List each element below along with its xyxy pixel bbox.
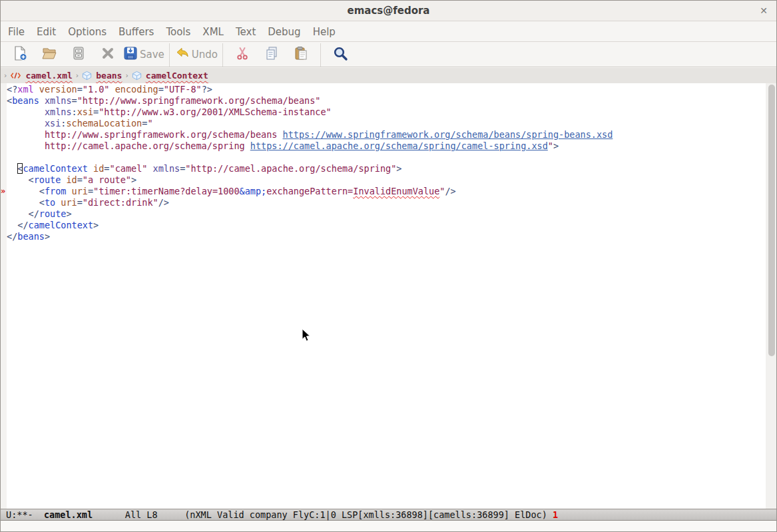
modeline-error-count: 1 xyxy=(553,509,558,520)
search-button[interactable] xyxy=(326,43,355,66)
copy-pages-icon xyxy=(264,45,280,64)
breadcrumb-segment-beans[interactable]: beans xyxy=(82,71,122,81)
code-line-2[interactable]: <beans xmlns="http://www.springframework… xyxy=(1,95,766,107)
toolbar-separator xyxy=(169,43,170,67)
breadcrumb: ›camel.xml›beans›camelContext xyxy=(1,68,776,83)
save-icon xyxy=(123,45,138,64)
scrollbar[interactable] xyxy=(766,83,776,509)
code-line-5[interactable]: http://www.springframework.org/schema/be… xyxy=(1,129,766,140)
code-line-12[interactable]: </route> xyxy=(1,208,766,220)
breadcrumb-separator: › xyxy=(73,71,82,80)
code-line-14[interactable]: </beans> xyxy=(1,231,766,242)
cube-icon xyxy=(82,71,92,81)
code-text: <camelContext id="camel" xmlns="http://c… xyxy=(7,163,401,174)
undo-button-label: Undo xyxy=(192,49,218,61)
close-x-icon xyxy=(100,45,116,64)
fringe-cell xyxy=(1,163,7,174)
code-text: <from uri="timer:timerName?delay=1000&am… xyxy=(7,186,456,197)
code-line-8[interactable]: <camelContext id="camel" xmlns="http://c… xyxy=(1,163,766,174)
dired-button[interactable] xyxy=(64,43,93,66)
undo-button[interactable]: Undo xyxy=(174,43,218,66)
menu-item-help[interactable]: Help xyxy=(307,26,342,38)
cut-button[interactable] xyxy=(228,43,257,66)
close-window-button[interactable]: ✕ xyxy=(757,1,770,21)
code-line-1[interactable]: <?xml version="1.0" encoding="UTF-8"?> xyxy=(1,84,766,95)
menu-item-debug[interactable]: Debug xyxy=(262,26,306,38)
menu-bar: FileEditOptionsBuffersToolsXMLTextDebugH… xyxy=(1,22,776,42)
fringe-cell xyxy=(1,197,7,208)
code-text: http://camel.apache.org/schema/spring ht… xyxy=(7,140,559,152)
toolbar-separator xyxy=(222,43,223,67)
breadcrumb-label[interactable]: camelContext xyxy=(146,71,208,81)
code-text: xsi:schemaLocation=" xyxy=(7,118,153,129)
fringe-cell xyxy=(1,152,7,163)
menu-item-tools[interactable]: Tools xyxy=(160,26,196,38)
toolbar-separator xyxy=(320,43,321,67)
menu-item-edit[interactable]: Edit xyxy=(31,26,62,38)
breadcrumb-segment-camel.xml[interactable]: camel.xml xyxy=(10,71,72,81)
save-button-label: Save xyxy=(140,49,164,61)
menu-item-file[interactable]: File xyxy=(2,26,31,38)
code-text: </route> xyxy=(7,208,72,220)
code-line-11[interactable]: <to uri="direct:drink"/> xyxy=(1,197,766,208)
code-text: </beans> xyxy=(7,231,50,242)
buffer-content: <?xml version="1.0" encoding="UTF-8"?><b… xyxy=(1,84,766,242)
window-title: emacs@fedora xyxy=(1,1,776,21)
magnifier-icon xyxy=(332,45,348,64)
title-bar: emacs@fedora ✕ xyxy=(1,1,776,21)
copy-button[interactable] xyxy=(257,43,286,66)
new-file-icon xyxy=(12,45,28,64)
code-text: http://www.springframework.org/schema/be… xyxy=(7,129,613,140)
fringe-cell xyxy=(1,220,7,231)
breadcrumb-separator: › xyxy=(1,71,10,80)
kill-buffer-button[interactable] xyxy=(93,43,123,66)
menu-item-options[interactable]: Options xyxy=(62,26,113,38)
code-line-13[interactable]: </camelContext> xyxy=(1,220,766,231)
text-area[interactable]: <?xml version="1.0" encoding="UTF-8"?><b… xyxy=(1,83,776,509)
fringe-cell xyxy=(1,129,7,140)
fringe-cell xyxy=(1,231,7,242)
menu-item-xml[interactable]: XML xyxy=(196,26,230,38)
save-buffer-button[interactable]: Save xyxy=(123,43,164,66)
undo-arrow-icon xyxy=(174,45,190,64)
breadcrumb-segment-camelContext[interactable]: camelContext xyxy=(132,71,208,81)
mode-line: U:**- camel.xml All L8 (nXML Valid compa… xyxy=(1,509,776,521)
clipboard-icon xyxy=(293,45,309,64)
error-token: InvalidEnumValue xyxy=(353,186,439,196)
paste-button[interactable] xyxy=(286,43,316,66)
code-text: <?xml version="1.0" encoding="UTF-8"?> xyxy=(7,84,212,95)
emacs-window: emacs@fedora ✕ FileEditOptionsBuffersToo… xyxy=(0,0,777,532)
code-tag-icon xyxy=(10,71,21,81)
code-line-7[interactable] xyxy=(1,152,766,163)
modeline-text: All L8 (nXML Valid company FlyC:1|0 LSP[… xyxy=(93,509,553,520)
new-file-button[interactable] xyxy=(5,43,35,66)
code-line-10[interactable]: » <from uri="timer:timerName?delay=1000&… xyxy=(1,186,766,197)
code-text: <beans xmlns="http://www.springframework… xyxy=(7,95,320,107)
code-line-3[interactable]: xmlns:xsi="http://www.w3.org/2001/XMLSch… xyxy=(1,107,766,118)
scrollbar-thumb[interactable] xyxy=(768,85,775,356)
toolbar: Save Undo xyxy=(1,43,776,67)
open-file-button[interactable] xyxy=(35,43,64,66)
code-text: <route id="a route"> xyxy=(7,174,136,186)
code-line-4[interactable]: xsi:schemaLocation=" xyxy=(1,118,766,129)
error-fringe-marker: » xyxy=(1,186,7,197)
breadcrumb-label[interactable]: beans xyxy=(96,71,122,81)
code-line-6[interactable]: http://camel.apache.org/schema/spring ht… xyxy=(1,140,766,152)
code-text: <to uri="direct:drink"/> xyxy=(7,197,169,208)
menu-item-buffers[interactable]: Buffers xyxy=(113,26,160,38)
url-link[interactable]: https://www.springframework.org/schema/b… xyxy=(283,129,613,140)
scissors-icon xyxy=(234,45,250,64)
fringe-cell xyxy=(1,107,7,118)
code-text: xmlns:xsi="http://www.w3.org/2001/XMLSch… xyxy=(7,107,332,118)
open-folder-icon xyxy=(41,45,57,64)
code-line-9[interactable]: <route id="a route"> xyxy=(1,174,766,186)
url-link[interactable]: https://camel.apache.org/schema/spring/c… xyxy=(250,140,548,151)
modeline-text: U:**- xyxy=(6,509,44,520)
file-cabinet-icon xyxy=(71,45,87,64)
breadcrumb-label[interactable]: camel.xml xyxy=(25,71,72,81)
menu-item-text[interactable]: Text xyxy=(230,26,262,38)
code-text: </camelContext> xyxy=(7,220,99,231)
fringe-cell xyxy=(1,118,7,129)
fringe-cell xyxy=(1,95,7,107)
echo-area[interactable] xyxy=(1,521,776,531)
